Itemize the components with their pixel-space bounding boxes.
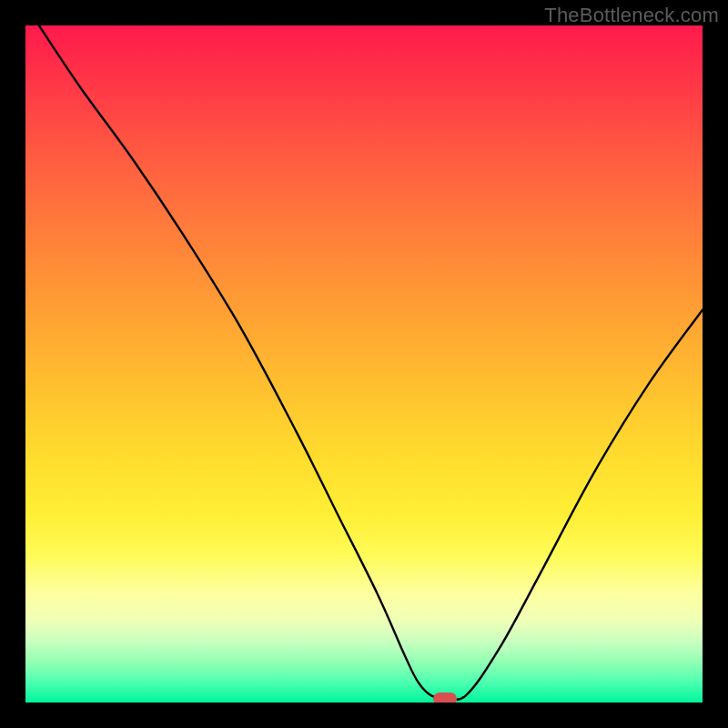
chart-frame: TheBottleneck.com — [0, 0, 728, 728]
chart-background-gradient — [25, 25, 703, 703]
plot-area — [25, 25, 703, 703]
watermark-label: TheBottleneck.com — [544, 4, 719, 27]
